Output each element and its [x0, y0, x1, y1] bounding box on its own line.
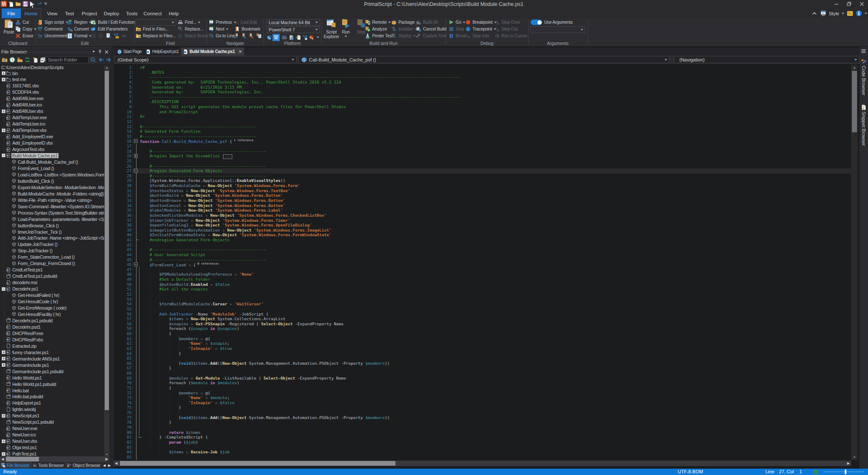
- tree-item[interactable]: VBSNewUser.vbs: [0, 438, 37, 444]
- tree-item[interactable]: CmdLetTest.ps1.psbuild: [0, 273, 57, 279]
- notes-icon[interactable]: [847, 10, 853, 17]
- arguments-combobox[interactable]: [530, 26, 585, 33]
- style-label[interactable]: Style: [829, 11, 839, 16]
- vtab-snippet-browser[interactable]: Snippet Browser: [860, 104, 868, 146]
- tree-item[interactable]: Get-HresultFacility ( hr): [0, 311, 61, 317]
- edit-parameters-button[interactable]: Edit Parameters: [91, 26, 128, 32]
- tree-item[interactable]: PS1GermanInclude ANSI.ps1: [0, 355, 60, 362]
- tree-item[interactable]: VBSAdd_EmployeeID.vbs: [0, 140, 53, 146]
- tree-item[interactable]: Get-HresultCode ( hr): [0, 299, 58, 305]
- debug-break-button[interactable]: Break: [448, 33, 467, 39]
- bm-prev-button[interactable]: [234, 33, 239, 39]
- tab-file[interactable]: File: [2, 8, 21, 18]
- previous-button[interactable]: Previous: [209, 19, 236, 25]
- tree-item[interactable]: PS1HelpExport.ps1: [0, 400, 41, 406]
- build-edit-function-button[interactable]: Build / Edit Function: [91, 19, 135, 25]
- run-to-cursor-button[interactable]: Run to Cursor: [494, 33, 527, 39]
- use-arguments-toggle[interactable]: [531, 20, 542, 25]
- tree-item[interactable]: Form_Cleanup_FormClosed (): [0, 260, 75, 267]
- tree-item[interactable]: Export-ModuleSelection -ModuleSelection …: [0, 184, 104, 190]
- insert-snippet-button[interactable]: [106, 33, 111, 39]
- tree-item[interactable]: Get-HresultFailed ( hr): [0, 292, 59, 299]
- tree-item[interactable]: PS1Olga test.ps1: [0, 444, 37, 451]
- tree-item[interactable]: Save-Command -filewriter <System.IO.Stre…: [0, 203, 104, 210]
- bm-list-button[interactable]: [256, 33, 262, 39]
- tree-item[interactable]: FormEvent_Load (): [0, 165, 54, 171]
- tree-item[interactable]: Update-JobTracker (): [0, 241, 57, 248]
- tree-item[interactable]: AddTempUser.ico: [0, 121, 45, 127]
- code-editor[interactable]: 1<#2 .NOTES3 ---------------------------…: [114, 65, 851, 460]
- new-file-sm-icon[interactable]: [32, 57, 38, 63]
- build-all-button[interactable]: Build All: [416, 19, 438, 25]
- restore-button[interactable]: [843, 0, 855, 8]
- last-edit-button[interactable]: Last Edit: [234, 19, 257, 25]
- deploy-button[interactable]: Deploy: [391, 33, 416, 39]
- tab-deploy[interactable]: Deploy: [101, 8, 122, 18]
- debug-go-button[interactable]: Go: [448, 19, 465, 25]
- scope-combobox[interactable]: (Global Scope): [114, 56, 297, 63]
- tree-item[interactable]: VBS16017481.vbs: [0, 83, 39, 89]
- msbuild-platform-button[interactable]: [301, 34, 309, 41]
- tree-item[interactable]: VBSAddTempUser.vbs: [0, 127, 47, 134]
- collapse-ribbon-icon[interactable]: [811, 10, 818, 17]
- tab-help[interactable]: Help: [165, 8, 182, 18]
- doc-tab-start-page[interactable]: Start Page: [115, 48, 144, 56]
- console-platform-button[interactable]: C:\>: [281, 34, 288, 41]
- text-transform-button[interactable]: A: [121, 33, 127, 39]
- folder-up-icon[interactable]: [2, 57, 8, 63]
- breakpoint-button[interactable]: Breakpoint: [465, 19, 497, 25]
- minimize-button[interactable]: [830, 0, 843, 8]
- bm-next-button[interactable]: [241, 33, 247, 39]
- fold-marker[interactable]: [134, 139, 138, 143]
- tree-item[interactable]: PS1Decodehr.ps1: [0, 286, 38, 292]
- cancel-build-button[interactable]: Cancel Build: [416, 26, 446, 32]
- tabs-scroll-left[interactable]: ◀: [103, 464, 106, 467]
- tree-item[interactable]: Extracted.zip: [0, 343, 36, 349]
- new-folder-icon[interactable]: [17, 57, 23, 63]
- step-over-button[interactable]: Step Over: [494, 19, 520, 25]
- fold-marker[interactable]: [134, 169, 138, 173]
- tracepoint-button[interactable]: Tracepoint: [465, 26, 496, 32]
- tree-item[interactable]: Load-ListBox -ListBox <System.Windows.Fo…: [0, 171, 104, 178]
- style-dropdown-arrow[interactable]: [842, 13, 844, 14]
- tree-item[interactable]: VBSDHCPResIP.vbs: [0, 336, 43, 343]
- search-folder-input[interactable]: Search Folder: [46, 56, 89, 63]
- navigation-combobox[interactable]: (Navigation): [674, 56, 860, 63]
- search-button[interactable]: [89, 56, 96, 63]
- tree-item[interactable]: PS1NewScript.ps1: [0, 413, 39, 419]
- tree-item[interactable]: VBS5CDDF64.vbs: [0, 89, 39, 95]
- doc-tab-build-module-cache-ps1[interactable]: Build Module Cache.ps1✕: [181, 48, 244, 56]
- tree-item[interactable]: PS1PathTest.ps1: [0, 451, 36, 457]
- history-icon[interactable]: [9, 57, 15, 63]
- paste-button[interactable]: Paste: [1, 19, 17, 34]
- tree-item[interactable]: PS1GermanInclude.ps1: [0, 362, 49, 368]
- tree-item[interactable]: Add-JobTracker -Name <string> -JobScript…: [0, 235, 104, 241]
- uncomment-button[interactable]: Uncomment: [37, 33, 67, 39]
- cut-button[interactable]: Cut: [15, 19, 29, 25]
- tree-item[interactable]: Add048User.ico: [0, 102, 42, 108]
- help-info-icon[interactable]: [856, 10, 862, 17]
- tree-item[interactable]: NewScript.ps1.psbuild: [0, 419, 54, 425]
- tree-item[interactable]: buttonBuild_Click (): [0, 178, 54, 184]
- refresh-icon[interactable]: [25, 57, 31, 63]
- winforms-platform-button[interactable]: [273, 34, 280, 41]
- tree-item[interactable]: NewUser.exe: [0, 425, 37, 432]
- tree-item[interactable]: lightin.wixobj: [0, 406, 36, 413]
- editor-horizontal-scrollbar[interactable]: ◀▶: [114, 461, 851, 466]
- region-button[interactable]: Region: [67, 19, 92, 25]
- tree-item[interactable]: timerJobTracker_Tick (): [0, 229, 61, 235]
- platform-more-arrow[interactable]: [317, 36, 319, 38]
- tree-item[interactable]: PSDecodehr.psd1: [0, 324, 41, 330]
- tab-test[interactable]: Test: [62, 8, 77, 18]
- platform-info-button[interactable]: [288, 34, 295, 41]
- copy-files-icon[interactable]: [40, 57, 46, 63]
- editor-vertical-scrollbar[interactable]: ▲▼: [851, 65, 858, 460]
- tree-horizontal-scrollbar[interactable]: ◀▶: [0, 456, 109, 462]
- panel-menu-arrow[interactable]: [91, 49, 97, 55]
- indent-less-button[interactable]: [98, 33, 104, 39]
- tree-item[interactable]: PS1Hello World.ps1: [0, 374, 42, 381]
- sidebar-tab-object-browser[interactable]: Object Browser: [65, 462, 102, 469]
- tree-item[interactable]: VBSAdd048User.vbs: [0, 108, 43, 115]
- tree-item[interactable]: Get-ErrorMessage ( code): [0, 305, 67, 311]
- fold-marker[interactable]: [134, 154, 138, 158]
